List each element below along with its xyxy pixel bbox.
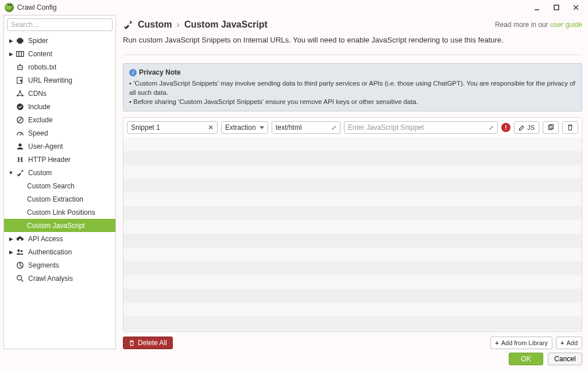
sidebar-item-authentication[interactable]: ▶Authentication — [4, 245, 115, 258]
privacy-note: iPrivacy Note • 'Custom JavaScript Snipp… — [123, 63, 582, 111]
svg-point-23 — [21, 250, 23, 252]
breadcrumb: Custom › Custom JavaScript — [123, 20, 268, 30]
search-input[interactable] — [7, 18, 113, 31]
empty-rows — [123, 137, 582, 330]
tools-icon — [16, 168, 25, 177]
breadcrumb-current: Custom JavaScript — [184, 20, 268, 30]
snippet-mode-select[interactable]: Extraction — [221, 121, 268, 134]
svg-line-26 — [21, 279, 24, 281]
robot-icon — [16, 63, 25, 72]
sidebar-item-custom-javascript[interactable]: Custom JavaScript — [4, 219, 115, 232]
cancel-button[interactable]: Cancel — [548, 353, 582, 365]
description-text: Run custom JavaScript Snippets on Intern… — [121, 36, 585, 44]
check-circle-icon — [16, 102, 25, 111]
svg-rect-7 — [18, 65, 23, 69]
svg-point-25 — [17, 275, 22, 280]
breadcrumb-parent: Custom — [138, 20, 172, 30]
sidebar-item-custom-search[interactable]: Custom Search — [4, 179, 115, 192]
info-icon: i — [129, 69, 137, 76]
sidebar-item-http-header[interactable]: HHTTP Header — [4, 153, 115, 166]
svg-point-8 — [18, 67, 20, 68]
app-icon — [5, 3, 14, 12]
expand-icon[interactable]: ⤢ — [331, 124, 336, 132]
readmore-text: Read more in our user guide — [495, 21, 582, 29]
sidebar-item-api-access[interactable]: ▶API Access — [4, 232, 115, 245]
title-bar: Crawl Config — [0, 0, 588, 15]
magnify-icon — [16, 274, 25, 283]
cloud-lock-icon — [16, 234, 25, 244]
maximize-button[interactable] — [549, 2, 564, 13]
users-icon — [16, 248, 25, 257]
sidebar-item-crawl-analysis[interactable]: Crawl Analysis — [4, 272, 115, 285]
snippet-list: Snippet 1✕ Extraction text/html⤢ Enter J… — [123, 117, 582, 332]
ban-icon — [16, 115, 25, 125]
svg-rect-1 — [554, 5, 559, 10]
sidebar-item-content[interactable]: ▶Content — [4, 47, 115, 60]
sidebar: ▶Spider ▶Content robots.txt URL Rewritin… — [3, 15, 116, 349]
close-button[interactable] — [568, 2, 583, 13]
privacy-line-2: • Before sharing 'Custom JavaScript Snip… — [129, 97, 576, 106]
svg-line-18 — [18, 118, 22, 122]
copy-button[interactable] — [543, 121, 559, 134]
sidebar-item-custom-link-positions[interactable]: Custom Link Positions — [4, 206, 115, 219]
snippet-code-input[interactable]: Enter JavaScript Snippet⤢ — [344, 121, 498, 134]
privacy-line-1: • 'Custom JavaScript Snippets' may invol… — [129, 79, 576, 97]
sidebar-item-include[interactable]: Include — [4, 100, 115, 113]
sidebar-item-robots[interactable]: robots.txt — [4, 60, 115, 74]
sidebar-item-speed[interactable]: Speed — [4, 126, 115, 140]
pie-icon — [16, 261, 25, 270]
gear-icon — [16, 36, 25, 45]
ok-button[interactable]: OK — [509, 353, 543, 365]
svg-point-22 — [17, 249, 20, 252]
sidebar-item-user-agent[interactable]: User-Agent — [4, 140, 115, 153]
dialog-footer: OK Cancel — [0, 349, 588, 369]
sidebar-item-custom-extraction[interactable]: Custom Extraction — [4, 192, 115, 206]
svg-line-19 — [20, 133, 22, 136]
svg-point-11 — [20, 63, 21, 64]
minimize-button[interactable] — [529, 2, 544, 13]
svg-rect-21 — [19, 239, 21, 241]
svg-point-9 — [21, 67, 22, 68]
network-icon — [16, 89, 25, 98]
privacy-title: Privacy Note — [139, 68, 181, 76]
svg-rect-4 — [17, 51, 24, 56]
sidebar-item-cdns[interactable]: CDNs — [4, 87, 115, 100]
user-guide-link[interactable]: user guide — [550, 21, 582, 29]
window-title: Crawl Config — [17, 3, 529, 11]
snippet-name-input[interactable]: Snippet 1✕ — [127, 121, 218, 134]
header-icon: H — [16, 155, 25, 164]
edit-js-button[interactable]: JS — [514, 121, 539, 134]
add-button[interactable]: +Add — [556, 337, 582, 349]
warning-icon: ! — [501, 123, 510, 132]
columns-icon — [16, 49, 25, 59]
snippet-mime-input[interactable]: text/html⤢ — [272, 121, 341, 134]
edit-icon — [16, 76, 25, 85]
main-content: Custom › Custom JavaScript Read more in … — [121, 15, 585, 349]
svg-point-13 — [20, 90, 21, 92]
gauge-icon — [16, 129, 25, 138]
sidebar-item-exclude[interactable]: Exclude — [4, 113, 115, 126]
sidebar-item-url-rewriting[interactable]: URL Rewriting — [4, 74, 115, 87]
sidebar-tree: ▶Spider ▶Content robots.txt URL Rewritin… — [4, 34, 115, 349]
snippet-row: Snippet 1✕ Extraction text/html⤢ Enter J… — [123, 118, 582, 137]
sidebar-item-custom[interactable]: ▼Custom — [4, 166, 115, 179]
svg-point-20 — [18, 143, 21, 146]
tools-icon — [123, 20, 133, 30]
expand-icon[interactable]: ⤢ — [489, 124, 494, 132]
divider — [123, 55, 582, 55]
add-from-library-button[interactable]: +Add from Library — [490, 337, 552, 349]
clear-icon[interactable]: ✕ — [208, 123, 214, 132]
user-icon — [16, 142, 25, 151]
breadcrumb-sep: › — [177, 20, 180, 30]
sidebar-item-segments[interactable]: Segments — [4, 258, 115, 272]
delete-button[interactable] — [562, 121, 578, 134]
sidebar-item-spider[interactable]: ▶Spider — [4, 34, 115, 47]
delete-all-button[interactable]: Delete All — [123, 337, 173, 349]
